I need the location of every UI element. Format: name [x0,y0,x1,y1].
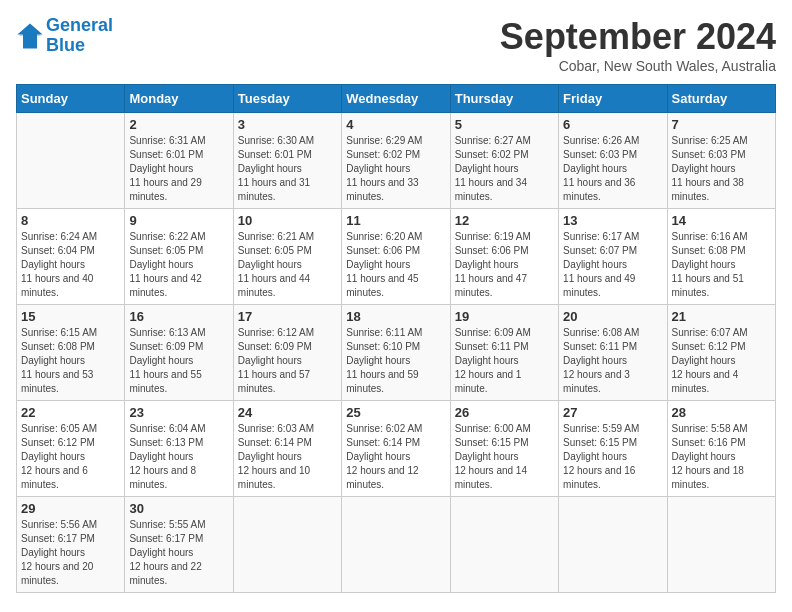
calendar-cell: 28 Sunrise: 5:58 AM Sunset: 6:16 PM Dayl… [667,401,775,497]
calendar-week-row: 2 Sunrise: 6:31 AM Sunset: 6:01 PM Dayli… [17,113,776,209]
calendar-cell: 22 Sunrise: 6:05 AM Sunset: 6:12 PM Dayl… [17,401,125,497]
calendar-cell: 5 Sunrise: 6:27 AM Sunset: 6:02 PM Dayli… [450,113,558,209]
calendar-cell: 21 Sunrise: 6:07 AM Sunset: 6:12 PM Dayl… [667,305,775,401]
day-number: 6 [563,117,662,132]
day-number: 3 [238,117,337,132]
col-friday: Friday [559,85,667,113]
col-wednesday: Wednesday [342,85,450,113]
day-info: Sunrise: 6:05 AM Sunset: 6:12 PM Dayligh… [21,422,120,492]
calendar-cell: 6 Sunrise: 6:26 AM Sunset: 6:03 PM Dayli… [559,113,667,209]
day-info: Sunrise: 5:58 AM Sunset: 6:16 PM Dayligh… [672,422,771,492]
calendar-cell: 14 Sunrise: 6:16 AM Sunset: 6:08 PM Dayl… [667,209,775,305]
calendar-week-row: 15 Sunrise: 6:15 AM Sunset: 6:08 PM Dayl… [17,305,776,401]
logo-general: General [46,15,113,35]
calendar-header-row: Sunday Monday Tuesday Wednesday Thursday… [17,85,776,113]
day-info: Sunrise: 6:26 AM Sunset: 6:03 PM Dayligh… [563,134,662,204]
calendar-cell: 13 Sunrise: 6:17 AM Sunset: 6:07 PM Dayl… [559,209,667,305]
calendar-cell: 19 Sunrise: 6:09 AM Sunset: 6:11 PM Dayl… [450,305,558,401]
day-number: 13 [563,213,662,228]
day-info: Sunrise: 6:16 AM Sunset: 6:08 PM Dayligh… [672,230,771,300]
title-block: September 2024 Cobar, New South Wales, A… [500,16,776,74]
calendar-cell: 7 Sunrise: 6:25 AM Sunset: 6:03 PM Dayli… [667,113,775,209]
day-info: Sunrise: 6:19 AM Sunset: 6:06 PM Dayligh… [455,230,554,300]
day-info: Sunrise: 6:04 AM Sunset: 6:13 PM Dayligh… [129,422,228,492]
day-number: 26 [455,405,554,420]
col-thursday: Thursday [450,85,558,113]
calendar-cell [233,497,341,593]
calendar-table: Sunday Monday Tuesday Wednesday Thursday… [16,84,776,593]
day-number: 14 [672,213,771,228]
calendar-cell: 20 Sunrise: 6:08 AM Sunset: 6:11 PM Dayl… [559,305,667,401]
day-number: 19 [455,309,554,324]
calendar-cell: 29 Sunrise: 5:56 AM Sunset: 6:17 PM Dayl… [17,497,125,593]
calendar-cell [559,497,667,593]
day-info: Sunrise: 6:17 AM Sunset: 6:07 PM Dayligh… [563,230,662,300]
day-number: 24 [238,405,337,420]
calendar-cell: 25 Sunrise: 6:02 AM Sunset: 6:14 PM Dayl… [342,401,450,497]
calendar-cell [342,497,450,593]
day-number: 8 [21,213,120,228]
day-info: Sunrise: 6:15 AM Sunset: 6:08 PM Dayligh… [21,326,120,396]
calendar-cell [667,497,775,593]
day-info: Sunrise: 6:30 AM Sunset: 6:01 PM Dayligh… [238,134,337,204]
calendar-cell: 8 Sunrise: 6:24 AM Sunset: 6:04 PM Dayli… [17,209,125,305]
day-number: 17 [238,309,337,324]
svg-marker-1 [19,26,41,47]
day-info: Sunrise: 6:29 AM Sunset: 6:02 PM Dayligh… [346,134,445,204]
day-info: Sunrise: 5:56 AM Sunset: 6:17 PM Dayligh… [21,518,120,588]
day-info: Sunrise: 6:03 AM Sunset: 6:14 PM Dayligh… [238,422,337,492]
day-number: 25 [346,405,445,420]
calendar-cell: 26 Sunrise: 6:00 AM Sunset: 6:15 PM Dayl… [450,401,558,497]
day-number: 12 [455,213,554,228]
day-info: Sunrise: 6:27 AM Sunset: 6:02 PM Dayligh… [455,134,554,204]
calendar-cell: 10 Sunrise: 6:21 AM Sunset: 6:05 PM Dayl… [233,209,341,305]
day-info: Sunrise: 5:55 AM Sunset: 6:17 PM Dayligh… [129,518,228,588]
calendar-cell: 12 Sunrise: 6:19 AM Sunset: 6:06 PM Dayl… [450,209,558,305]
day-info: Sunrise: 6:12 AM Sunset: 6:09 PM Dayligh… [238,326,337,396]
day-number: 5 [455,117,554,132]
calendar-cell: 24 Sunrise: 6:03 AM Sunset: 6:14 PM Dayl… [233,401,341,497]
calendar-cell: 11 Sunrise: 6:20 AM Sunset: 6:06 PM Dayl… [342,209,450,305]
col-monday: Monday [125,85,233,113]
col-sunday: Sunday [17,85,125,113]
day-info: Sunrise: 6:09 AM Sunset: 6:11 PM Dayligh… [455,326,554,396]
location: Cobar, New South Wales, Australia [500,58,776,74]
day-info: Sunrise: 6:11 AM Sunset: 6:10 PM Dayligh… [346,326,445,396]
calendar-cell: 18 Sunrise: 6:11 AM Sunset: 6:10 PM Dayl… [342,305,450,401]
calendar-cell: 23 Sunrise: 6:04 AM Sunset: 6:13 PM Dayl… [125,401,233,497]
calendar-cell: 2 Sunrise: 6:31 AM Sunset: 6:01 PM Dayli… [125,113,233,209]
day-info: Sunrise: 6:31 AM Sunset: 6:01 PM Dayligh… [129,134,228,204]
day-number: 7 [672,117,771,132]
day-number: 29 [21,501,120,516]
calendar-cell: 3 Sunrise: 6:30 AM Sunset: 6:01 PM Dayli… [233,113,341,209]
day-info: Sunrise: 6:24 AM Sunset: 6:04 PM Dayligh… [21,230,120,300]
calendar-week-row: 8 Sunrise: 6:24 AM Sunset: 6:04 PM Dayli… [17,209,776,305]
day-info: Sunrise: 6:08 AM Sunset: 6:11 PM Dayligh… [563,326,662,396]
page-container: General Blue September 2024 Cobar, New S… [16,16,776,593]
day-number: 10 [238,213,337,228]
calendar-cell: 15 Sunrise: 6:15 AM Sunset: 6:08 PM Dayl… [17,305,125,401]
day-number: 21 [672,309,771,324]
day-info: Sunrise: 6:02 AM Sunset: 6:14 PM Dayligh… [346,422,445,492]
day-number: 9 [129,213,228,228]
calendar-cell: 4 Sunrise: 6:29 AM Sunset: 6:02 PM Dayli… [342,113,450,209]
day-info: Sunrise: 6:00 AM Sunset: 6:15 PM Dayligh… [455,422,554,492]
logo: General Blue [16,16,113,56]
day-number: 23 [129,405,228,420]
day-info: Sunrise: 6:25 AM Sunset: 6:03 PM Dayligh… [672,134,771,204]
calendar-week-row: 22 Sunrise: 6:05 AM Sunset: 6:12 PM Dayl… [17,401,776,497]
calendar-week-row: 29 Sunrise: 5:56 AM Sunset: 6:17 PM Dayl… [17,497,776,593]
day-info: Sunrise: 6:07 AM Sunset: 6:12 PM Dayligh… [672,326,771,396]
day-info: Sunrise: 6:21 AM Sunset: 6:05 PM Dayligh… [238,230,337,300]
calendar-cell [17,113,125,209]
day-number: 20 [563,309,662,324]
day-number: 4 [346,117,445,132]
day-info: Sunrise: 6:22 AM Sunset: 6:05 PM Dayligh… [129,230,228,300]
calendar-cell: 30 Sunrise: 5:55 AM Sunset: 6:17 PM Dayl… [125,497,233,593]
day-number: 18 [346,309,445,324]
col-saturday: Saturday [667,85,775,113]
day-info: Sunrise: 6:13 AM Sunset: 6:09 PM Dayligh… [129,326,228,396]
day-number: 27 [563,405,662,420]
day-number: 2 [129,117,228,132]
day-number: 15 [21,309,120,324]
